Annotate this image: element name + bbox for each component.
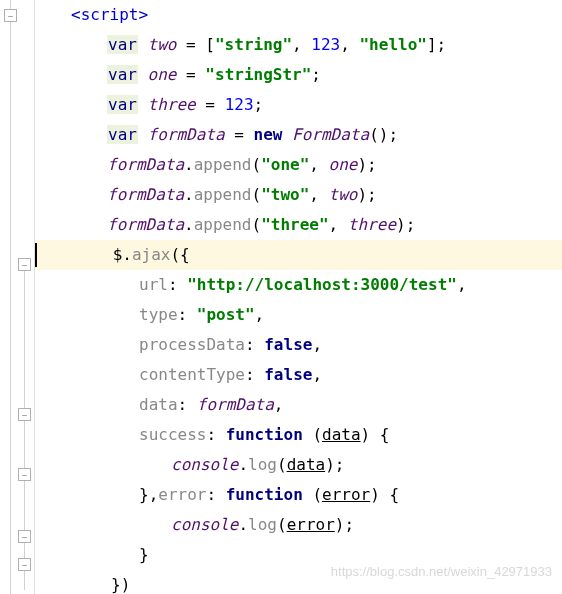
code-line: success: function (data) { <box>35 420 562 450</box>
fold-icon[interactable]: − <box>18 530 31 543</box>
caret <box>35 243 37 267</box>
fold-icon[interactable]: − <box>4 9 17 22</box>
code-line: type: "post", <box>35 300 562 330</box>
code-line: data: formData, <box>35 390 562 420</box>
watermark: https://blog.csdn.net/weixin_42971933 <box>331 564 552 579</box>
fold-icon[interactable]: − <box>18 258 31 271</box>
code-line: },error: function (error) { <box>35 480 562 510</box>
code-line-current: $.ajax({ <box>35 240 562 270</box>
code-line: console.log(data); <box>35 450 562 480</box>
code-line: formData.append("two", two); <box>35 180 562 210</box>
code-line: formData.append("one", one); <box>35 150 562 180</box>
code-line: var one = "stringStr"; <box>35 60 562 90</box>
code-line: console.log(error); <box>35 510 562 540</box>
code-line: contentType: false, <box>35 360 562 390</box>
code-line: processData: false, <box>35 330 562 360</box>
code-line: var three = 123; <box>35 90 562 120</box>
fold-icon[interactable]: − <box>18 468 31 481</box>
code-line: var two = ["string", 123, "hello"]; <box>35 30 562 60</box>
tag-text: <script> <box>71 5 148 24</box>
code-line: formData.append("three", three); <box>35 210 562 240</box>
code-line: var formData = new FormData(); <box>35 120 562 150</box>
code-line: <script> <box>35 0 562 30</box>
fold-icon[interactable]: − <box>18 558 31 571</box>
code-editor: − − − − − − <script> var two = ["string"… <box>0 0 562 594</box>
gutter: − − − − − − <box>0 0 35 594</box>
fold-icon[interactable]: − <box>18 408 31 421</box>
code-line: url: "http://localhost:3000/test", <box>35 270 562 300</box>
code-area[interactable]: <script> var two = ["string", 123, "hell… <box>35 0 562 594</box>
